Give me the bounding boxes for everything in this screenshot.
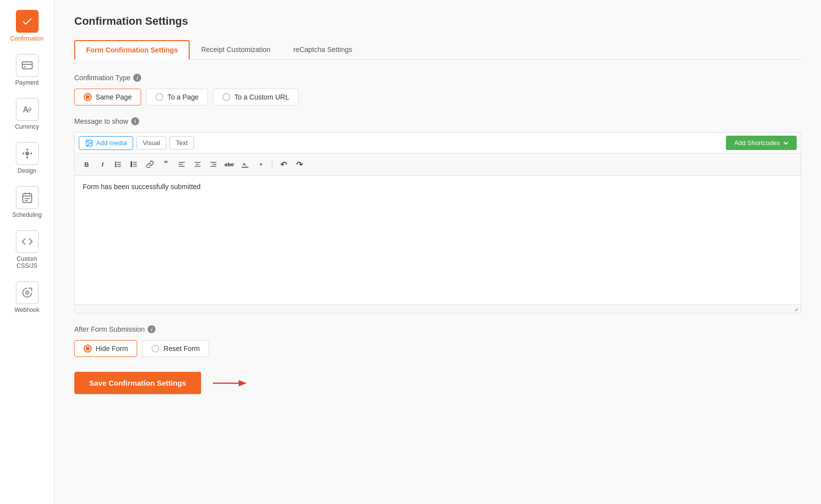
- editor-body[interactable]: Form has been successfully submitted: [75, 176, 801, 304]
- strikethrough-button[interactable]: abc: [222, 157, 236, 171]
- scheduling-icon-box: [16, 186, 39, 209]
- radio-hide-form-label: Hide Form: [96, 345, 128, 353]
- editor-resize-handle[interactable]: [75, 304, 801, 313]
- sidebar-item-custom-css-js-label: Custom CSS/JS: [9, 255, 46, 269]
- radio-circle-to-custom-url: [222, 93, 230, 101]
- svg-text:3: 3: [131, 165, 132, 167]
- currency-icon: A z: [21, 103, 33, 115]
- scheduling-icon: [21, 192, 33, 203]
- sidebar-item-confirmation-label: Confirmation: [10, 35, 44, 42]
- undo-button[interactable]: ↶: [276, 157, 290, 171]
- message-info-icon: i: [131, 117, 139, 125]
- radio-dot-hide-form: [86, 347, 90, 351]
- blockquote-button[interactable]: ": [159, 157, 173, 171]
- svg-point-16: [26, 291, 29, 294]
- redo-button[interactable]: ↷: [292, 157, 306, 171]
- font-color-dropdown-button[interactable]: ▼: [254, 157, 268, 171]
- editor-content: Form has been successfully submitted: [83, 183, 793, 191]
- webhook-icon: [21, 287, 33, 299]
- ordered-list-button[interactable]: 123: [127, 157, 141, 171]
- after-submission-info-icon: i: [148, 325, 155, 333]
- radio-reset-form-label: Reset Form: [163, 345, 200, 353]
- sidebar-item-confirmation[interactable]: Confirmation: [5, 5, 50, 47]
- code-icon: [21, 236, 33, 248]
- radio-circle-to-a-page: [155, 93, 163, 101]
- payment-icon-box: [16, 54, 39, 77]
- radio-hide-form[interactable]: Hide Form: [74, 340, 137, 357]
- payment-icon: [21, 59, 33, 71]
- add-media-button[interactable]: Add media: [79, 136, 133, 150]
- ul-icon: [114, 160, 122, 168]
- svg-rect-2: [24, 66, 26, 67]
- custom-css-js-icon-box: [16, 230, 39, 253]
- svg-rect-0: [22, 62, 32, 69]
- radio-same-page[interactable]: Same Page: [74, 89, 141, 105]
- confirmation-icon-box: [16, 10, 39, 33]
- text-tab-button[interactable]: Text: [169, 136, 194, 150]
- tab-receipt-customization[interactable]: Receipt Customization: [190, 40, 282, 60]
- italic-button[interactable]: I: [96, 157, 109, 171]
- save-confirmation-settings-button[interactable]: Save Confirmation Settings: [74, 372, 201, 394]
- align-center-button[interactable]: [191, 157, 205, 171]
- radio-to-a-page-label: To a Page: [167, 93, 199, 101]
- radio-reset-form[interactable]: Reset Form: [142, 340, 209, 357]
- svg-point-8: [22, 152, 24, 154]
- tab-recaptcha[interactable]: reCaptcha Settings: [282, 40, 363, 60]
- link-button[interactable]: [143, 157, 157, 171]
- bold-button[interactable]: B: [80, 157, 94, 171]
- confirmation-type-label: Confirmation Type i: [74, 74, 801, 82]
- save-button-wrapper: Save Confirmation Settings: [74, 372, 801, 394]
- radio-to-custom-url[interactable]: To a Custom URL: [213, 89, 298, 105]
- unordered-list-button[interactable]: [111, 157, 125, 171]
- radio-circle-reset-form: [152, 345, 159, 353]
- toolbar-separator: [272, 159, 272, 169]
- sidebar-item-webhook[interactable]: Webhook: [5, 276, 50, 318]
- radio-dot-same-page: [86, 95, 90, 99]
- svg-point-6: [26, 149, 28, 151]
- font-color-icon: A: [241, 160, 249, 168]
- editor-wrapper: Add media Visual Text Add Shortcodes B I: [74, 132, 801, 313]
- editor-topbar: Add media Visual Text Add Shortcodes: [75, 133, 801, 153]
- after-submission-section: After Form Submission i Hide Form Reset …: [74, 325, 801, 357]
- align-left-button[interactable]: [175, 157, 189, 171]
- page-title: Confirmation Settings: [74, 15, 801, 28]
- sidebar-item-design-label: Design: [18, 167, 36, 174]
- align-right-icon: [209, 160, 217, 168]
- confirmation-type-info-icon: i: [133, 74, 141, 82]
- sidebar: Confirmation Payment A z Currency: [0, 0, 54, 504]
- confirmation-type-options: Same Page To a Page To a Custom URL: [74, 89, 801, 105]
- design-icon: [21, 148, 33, 159]
- message-section-label: Message to show i: [74, 117, 801, 125]
- svg-point-9: [30, 152, 32, 154]
- sidebar-item-custom-css-js[interactable]: Custom CSS/JS: [5, 225, 50, 274]
- align-center-icon: [194, 160, 202, 168]
- red-arrow-icon: [211, 374, 251, 392]
- radio-to-a-page[interactable]: To a Page: [146, 89, 208, 105]
- radio-circle-same-page: [84, 93, 92, 101]
- sidebar-item-design[interactable]: Design: [5, 137, 50, 179]
- main-content: Confirmation Settings Form Confirmation …: [54, 0, 821, 504]
- font-color-button[interactable]: A: [238, 157, 252, 171]
- resize-handle-icon: [793, 306, 799, 312]
- currency-icon-box: A z: [16, 98, 39, 121]
- after-submission-options: Hide Form Reset Form: [74, 340, 801, 357]
- webhook-icon-box: [16, 281, 39, 304]
- editor-topbar-left: Add media Visual Text: [79, 136, 194, 150]
- editor-toolbar: B I 123 ": [75, 153, 801, 176]
- link-icon: [146, 160, 154, 168]
- tab-form-confirmation[interactable]: Form Confirmation Settings: [74, 40, 190, 60]
- sidebar-item-payment[interactable]: Payment: [5, 49, 50, 91]
- svg-point-7: [26, 156, 28, 158]
- add-media-icon: [85, 139, 93, 147]
- arrow-indicator: [211, 374, 251, 392]
- sidebar-item-currency[interactable]: A z Currency: [5, 93, 50, 135]
- sidebar-item-payment-label: Payment: [15, 79, 39, 86]
- svg-point-22: [115, 162, 116, 163]
- sidebar-item-currency-label: Currency: [15, 123, 39, 130]
- after-submission-label: After Form Submission i: [74, 325, 801, 333]
- add-shortcodes-button[interactable]: Add Shortcodes: [726, 136, 797, 150]
- sidebar-item-scheduling[interactable]: Scheduling: [5, 181, 50, 223]
- chevron-down-icon: [783, 140, 789, 146]
- align-right-button[interactable]: [206, 157, 220, 171]
- visual-tab-button[interactable]: Visual: [136, 136, 166, 150]
